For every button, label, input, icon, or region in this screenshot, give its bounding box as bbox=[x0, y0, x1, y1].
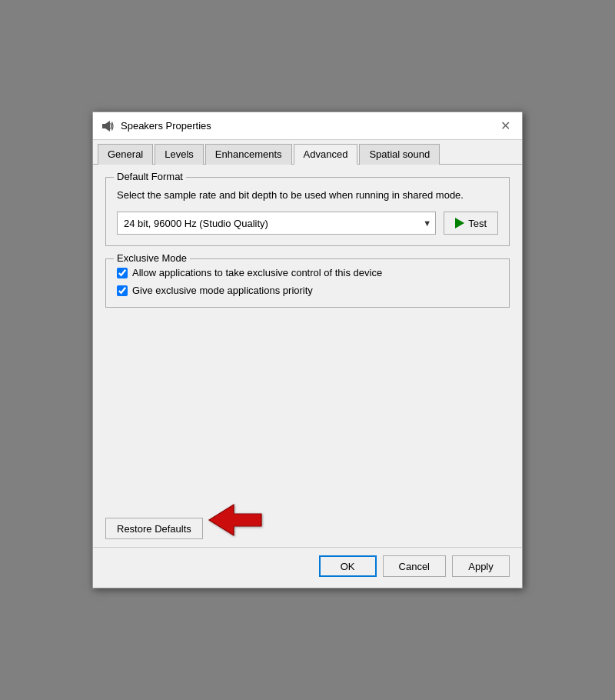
exclusive-mode-title: Exclusive Mode bbox=[114, 252, 190, 264]
close-button[interactable]: ✕ bbox=[496, 117, 514, 135]
bottom-section: Restore Defaults bbox=[93, 501, 522, 547]
ok-button[interactable]: OK bbox=[319, 555, 377, 577]
restore-defaults-button[interactable]: Restore Defaults bbox=[105, 518, 203, 539]
format-row: 24 bit, 96000 Hz (Studio Quality) 16 bit… bbox=[117, 212, 498, 235]
tab-content: Default Format Select the sample rate an… bbox=[93, 165, 522, 501]
give-priority-checkbox[interactable] bbox=[117, 285, 128, 296]
svg-rect-0 bbox=[102, 124, 105, 128]
title-bar: Speakers Properties ✕ bbox=[93, 112, 522, 140]
speaker-icon bbox=[101, 119, 115, 133]
svg-marker-2 bbox=[209, 505, 261, 535]
play-icon bbox=[455, 218, 464, 228]
test-button[interactable]: Test bbox=[444, 212, 498, 235]
default-format-title: Default Format bbox=[114, 171, 186, 182]
red-arrow-icon bbox=[203, 501, 264, 539]
format-select-wrapper[interactable]: 24 bit, 96000 Hz (Studio Quality) 16 bit… bbox=[117, 212, 436, 235]
speakers-properties-dialog: Speakers Properties ✕ General Levels Enh… bbox=[92, 112, 523, 588]
tabs-container: General Levels Enhancements Advanced Spa… bbox=[93, 140, 522, 165]
cancel-button[interactable]: Cancel bbox=[383, 555, 446, 577]
default-format-description: Select the sample rate and bit depth to … bbox=[117, 188, 498, 202]
allow-exclusive-control-label[interactable]: Allow applications to take exclusive con… bbox=[132, 267, 382, 278]
give-priority-row: Give exclusive mode applications priorit… bbox=[117, 285, 498, 296]
exclusive-mode-group: Exclusive Mode Allow applications to tak… bbox=[105, 258, 510, 308]
allow-exclusive-control-row: Allow applications to take exclusive con… bbox=[117, 267, 498, 278]
tab-spatial-sound[interactable]: Spatial sound bbox=[359, 144, 440, 165]
dialog-title: Speakers Properties bbox=[121, 120, 496, 132]
tab-enhancements[interactable]: Enhancements bbox=[205, 144, 292, 165]
tab-advanced[interactable]: Advanced bbox=[294, 144, 358, 165]
format-select[interactable]: 24 bit, 96000 Hz (Studio Quality) 16 bit… bbox=[117, 212, 436, 235]
tab-general[interactable]: General bbox=[98, 144, 153, 165]
svg-marker-1 bbox=[105, 121, 110, 132]
give-priority-label[interactable]: Give exclusive mode applications priorit… bbox=[132, 285, 313, 296]
tab-levels[interactable]: Levels bbox=[155, 144, 204, 165]
spacer bbox=[105, 320, 510, 488]
footer-buttons: OK Cancel Apply bbox=[93, 547, 522, 588]
allow-exclusive-control-checkbox[interactable] bbox=[117, 268, 128, 278]
apply-button[interactable]: Apply bbox=[452, 555, 510, 577]
default-format-group: Default Format Select the sample rate an… bbox=[105, 177, 510, 246]
